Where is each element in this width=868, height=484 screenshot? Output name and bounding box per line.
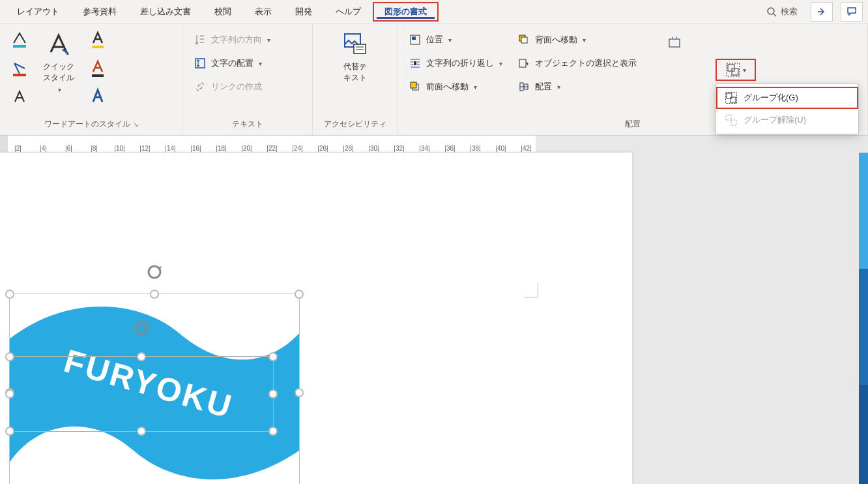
- resize-handle[interactable]: [5, 352, 14, 361]
- menu-item-group[interactable]: グループ化(G): [716, 87, 858, 109]
- resize-handle[interactable]: [268, 427, 278, 436]
- resize-handle[interactable]: [5, 290, 14, 299]
- alt-text-icon: [341, 30, 369, 59]
- text-outline-a-button[interactable]: [85, 56, 111, 81]
- quick-styles-label: クイック スタイル: [43, 61, 74, 83]
- svg-rect-26: [726, 115, 731, 120]
- svg-point-0: [768, 8, 774, 14]
- ruler-tick: |10|: [107, 145, 132, 152]
- resize-handle[interactable]: [268, 352, 278, 361]
- group-wordart-styles: クイック スタイル ▾ ワードアートのスタイル ↘: [0, 23, 182, 135]
- search-box[interactable]: 検索: [761, 3, 803, 20]
- rotate-icon: [132, 319, 151, 337]
- resize-handle[interactable]: [268, 389, 278, 399]
- text-outline-icon: [11, 60, 28, 77]
- ruler-tick: |32|: [386, 145, 412, 152]
- text-align-button[interactable]: 文字の配置 ▾: [189, 53, 274, 73]
- tab-mailings[interactable]: 差し込み文書: [128, 2, 203, 22]
- position-label: 位置: [426, 34, 443, 46]
- group-title-accessibility: アクセシビリティ: [319, 116, 390, 134]
- tab-developer[interactable]: 開発: [283, 2, 324, 22]
- resize-handle[interactable]: [5, 427, 14, 436]
- resize-handle[interactable]: [150, 290, 159, 299]
- svg-rect-23: [727, 93, 732, 98]
- ruler-tick: |30|: [361, 145, 386, 152]
- svg-rect-11: [414, 61, 416, 65]
- quick-styles-button[interactable]: クイック スタイル ▾: [39, 27, 78, 96]
- ruler-tick: |24|: [285, 145, 310, 152]
- text-fill-button[interactable]: [7, 27, 33, 52]
- resize-handle[interactable]: [5, 389, 14, 399]
- wordart-selection-box[interactable]: [9, 356, 274, 432]
- ruler-tick: |4|: [31, 145, 56, 152]
- share-button[interactable]: [811, 2, 833, 22]
- text-effects-a-button[interactable]: [85, 85, 111, 110]
- resize-handle[interactable]: [295, 388, 304, 397]
- tab-shape-format[interactable]: 図形の書式: [373, 2, 439, 22]
- resize-handle[interactable]: [137, 427, 146, 436]
- text-direction-icon: [194, 34, 206, 46]
- svg-rect-2: [13, 45, 26, 48]
- svg-rect-3: [13, 74, 26, 76]
- resize-handle[interactable]: [137, 352, 146, 361]
- svg-line-1: [774, 14, 776, 16]
- text-direction-label: 文字列の方向: [211, 34, 262, 46]
- group-icon: [726, 63, 740, 77]
- text-outline-button[interactable]: [7, 56, 33, 81]
- svg-rect-6: [195, 59, 205, 68]
- group-objects-button[interactable]: ▾: [716, 59, 756, 81]
- bring-front-button[interactable]: 前面へ移動▾: [404, 77, 506, 97]
- svg-rect-21: [732, 68, 738, 75]
- wrap-icon: [409, 57, 421, 69]
- rotate-handle[interactable]: [132, 319, 151, 337]
- text-effects-icon: [11, 89, 28, 106]
- svg-point-28: [149, 266, 160, 278]
- wrap-text-button[interactable]: 文字列の折り返し▾: [404, 53, 506, 73]
- bring-front-icon: [409, 81, 421, 93]
- link-icon: [194, 81, 206, 93]
- align-button[interactable]: 配置▾: [513, 77, 641, 97]
- tab-references[interactable]: 参考資料: [71, 2, 128, 22]
- position-button[interactable]: 位置▾: [404, 30, 506, 50]
- text-fill-a-button[interactable]: [85, 27, 111, 52]
- comments-button[interactable]: [841, 2, 863, 22]
- horizontal-ruler[interactable]: |2| |4| |6| |8| |10| |12| |14| |16| |18|…: [0, 136, 868, 153]
- workspace: FURYOKU: [0, 153, 868, 484]
- selection-pane-button[interactable]: オブジェクトの選択と表示: [513, 53, 641, 73]
- tab-help[interactable]: ヘルプ: [324, 2, 373, 22]
- ruler-tick: |20|: [234, 145, 259, 152]
- document-page[interactable]: FURYOKU: [0, 153, 632, 484]
- create-link-button[interactable]: リンクの作成: [189, 77, 274, 97]
- size-height-button[interactable]: [660, 30, 689, 55]
- alt-text-button[interactable]: 代替テ キスト: [337, 27, 373, 86]
- resize-handle[interactable]: [295, 290, 304, 299]
- ruler-tick: |6|: [56, 145, 81, 152]
- alt-text-label: 代替テ キスト: [343, 61, 367, 83]
- bring-front-label: 前面へ移動: [426, 81, 469, 93]
- svg-rect-8: [354, 44, 366, 53]
- text-direction-button[interactable]: 文字列の方向 ▾: [189, 30, 274, 50]
- text-align-icon: [194, 57, 206, 69]
- svg-rect-10: [412, 37, 416, 40]
- tab-review[interactable]: 校閲: [203, 2, 243, 22]
- tab-layout[interactable]: レイアウト: [5, 2, 71, 22]
- svg-rect-5: [92, 74, 104, 77]
- ruler-tick: |14|: [158, 145, 183, 152]
- selection-pane-icon: [518, 57, 530, 69]
- margin-corner-mark: [524, 283, 538, 297]
- svg-point-29: [136, 322, 147, 334]
- dialog-launcher-icon[interactable]: ↘: [133, 121, 138, 128]
- ruler-tick: |18|: [209, 145, 234, 152]
- selection-pane-label: オブジェクトの選択と表示: [535, 57, 637, 69]
- send-back-button[interactable]: 背面へ移動▾: [513, 30, 641, 50]
- rotate-handle[interactable]: [145, 263, 164, 281]
- group-dropdown-menu: グループ化(G) グループ解除(U): [716, 83, 859, 134]
- size-icon: [667, 35, 682, 50]
- desktop-edge-strip: [859, 153, 868, 484]
- tab-view[interactable]: 表示: [243, 2, 283, 22]
- ruler-tick: |12|: [132, 145, 158, 152]
- text-effects-button[interactable]: [7, 85, 33, 110]
- search-icon: [766, 7, 777, 17]
- svg-rect-15: [521, 37, 527, 43]
- ruler-tick: |8|: [81, 145, 107, 152]
